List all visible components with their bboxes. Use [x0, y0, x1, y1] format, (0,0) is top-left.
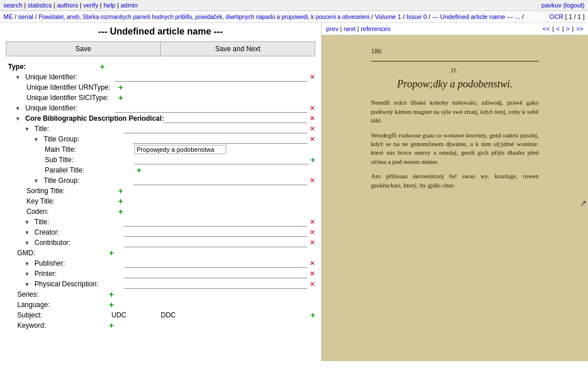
save-next-button[interactable]: Save and Next [161, 42, 315, 56]
gmd-add-button[interactable]: + [109, 248, 114, 258]
ddc-label: DDC [161, 311, 176, 319]
unique-identifier-remove[interactable]: ✕ [310, 73, 315, 81]
title-group-row: ▼ Title Group: ✕ [6, 135, 315, 144]
title-group-remove[interactable]: ✕ [310, 135, 315, 143]
contributor-label: Contributor: [32, 239, 124, 247]
sub-title-row: Sub Title: + [6, 155, 315, 164]
save-button[interactable]: Save [6, 42, 161, 56]
breadcrumb-volume[interactable]: Volume 1 [375, 13, 401, 20]
nav-first-button[interactable]: << [543, 25, 550, 32]
keyword-add-button[interactable]: + [109, 321, 114, 330]
nav-right: pavkuv (logout) [541, 2, 585, 9]
nav-prev-button[interactable]: < [556, 25, 560, 32]
nav-next-button[interactable]: > [566, 25, 570, 32]
sub-title-add-button[interactable]: + [311, 155, 315, 164]
publisher-remove[interactable]: ✕ [310, 259, 315, 267]
unique-identifier-toggle[interactable]: ▼ [15, 74, 23, 80]
coden-add-button[interactable]: + [118, 207, 123, 216]
nav-search[interactable]: search [3, 2, 22, 9]
nav-authors[interactable]: authors [57, 2, 78, 9]
series-row: Series: + [6, 290, 315, 299]
breadcrumb-me[interactable]: ME [3, 13, 13, 20]
nav-statistics[interactable]: statistics [28, 2, 52, 9]
contributor-remove[interactable]: ✕ [310, 239, 315, 247]
title-group-toggle[interactable]: ▼ [33, 136, 41, 143]
series-add-button[interactable]: + [109, 290, 114, 299]
title-group2-toggle[interactable]: ▼ [33, 178, 41, 184]
creator-toggle[interactable]: ▼ [24, 229, 32, 236]
unique-identifier2-label: Unique Identifier: [23, 104, 115, 112]
book-para-3: Aro přilissau skrownitostj řeč swau wy. … [371, 172, 539, 190]
creator-label: Creator: [32, 228, 124, 236]
contributor-toggle[interactable]: ▼ [24, 240, 32, 246]
contributor-row: ▼ Contributor: ✕ [6, 238, 315, 247]
next-link[interactable]: next [343, 25, 355, 32]
core-bib-remove[interactable]: ✕ [310, 114, 315, 122]
title3-toggle[interactable]: ▼ [24, 219, 32, 225]
key-title-label: Key Title: [24, 197, 116, 205]
title-remove[interactable]: ✕ [310, 125, 315, 133]
nav-verify[interactable]: verify [83, 2, 98, 9]
coden-label: Coden: [24, 208, 116, 216]
nav-last-button[interactable]: >> [576, 25, 583, 32]
subject-row: Subject: UDC DDC + [6, 310, 315, 320]
toolbar: Save Save and Next [6, 41, 315, 56]
nav-logout[interactable]: pavkuv (logout) [541, 2, 585, 9]
physical-desc-toggle[interactable]: ▼ [24, 281, 32, 288]
cursor-indicator: ↗ [580, 198, 587, 208]
core-bib-row: ▼ Core Bibliographic Description Periodi… [6, 114, 315, 123]
sub-title-input-area [134, 155, 308, 164]
sicitype-add-button[interactable]: + [118, 93, 123, 102]
key-title-add-button[interactable]: + [118, 197, 123, 206]
breadcrumb-title[interactable]: Powidatel, aneb, Sbirka rozmanitych pame… [38, 14, 369, 20]
subject-label: Subject: [15, 311, 107, 319]
urntype-add-button[interactable]: + [118, 83, 123, 92]
title-toggle[interactable]: ▼ [24, 126, 32, 132]
prev-link[interactable]: prev [326, 25, 338, 32]
breadcrumb-issue[interactable]: Issue 0 [407, 13, 427, 20]
nav-admin[interactable]: admin [121, 2, 138, 9]
breadcrumb: ME / serial / Powidatel, aneb, Sbirka ro… [0, 11, 588, 23]
parallel-title-add-button[interactable]: + [137, 166, 141, 175]
type-add-button[interactable]: + [100, 62, 105, 71]
nav-links-left: prev | next | references [326, 25, 390, 32]
image-nav: prev | next | references << | < | > | >> [322, 23, 588, 35]
book-page: 186 II. Propow;dky a podobenstwi. Nemdli… [322, 35, 588, 361]
physical-desc-label: Physical Description: [32, 280, 124, 288]
subject-add-button[interactable]: + [311, 310, 315, 320]
core-bib-input-area [164, 114, 307, 123]
printer-toggle[interactable]: ▼ [24, 271, 32, 277]
keyword-row: Keyword: + [6, 321, 315, 330]
nav-help[interactable]: help [103, 2, 115, 9]
publisher-input-area [124, 259, 307, 268]
book-divider [371, 61, 539, 62]
unique-identifier2-toggle[interactable]: ▼ [15, 105, 23, 112]
printer-input-area [124, 269, 307, 278]
title-group2-remove[interactable]: ✕ [310, 177, 315, 185]
title3-remove[interactable]: ✕ [310, 218, 315, 226]
book-page-number: 186 [371, 47, 539, 56]
title-label: Title: [32, 125, 124, 133]
title3-label: Title: [32, 218, 124, 226]
publisher-toggle[interactable]: ▼ [24, 260, 32, 267]
unique-identifier-input-area [115, 72, 307, 82]
language-add-button[interactable]: + [109, 300, 114, 309]
right-panel: prev | next | references << | < | > | >>… [322, 23, 588, 361]
references-link[interactable]: references [361, 25, 390, 32]
breadcrumb-ocr: OCR [ 1 / 1 ] [550, 13, 585, 20]
ocr-link[interactable]: OCR [550, 13, 563, 20]
creator-remove[interactable]: ✕ [310, 228, 315, 236]
page-title: --- Undefined article name --- [6, 26, 315, 37]
physical-desc-remove[interactable]: ✕ [310, 280, 315, 288]
breadcrumb-article[interactable]: --- Undefined article name --- ... [432, 13, 520, 20]
core-bib-label: Core Bibliographic Description Periodica… [23, 114, 164, 122]
breadcrumb-serial[interactable]: serial [18, 13, 33, 20]
core-bib-toggle[interactable]: ▼ [15, 116, 23, 122]
title-group2-row: ▼ Title Group: ✕ [6, 176, 315, 185]
main-title-input[interactable] [134, 145, 226, 154]
printer-remove[interactable]: ✕ [310, 270, 315, 278]
unique-identifier2-remove[interactable]: ✕ [310, 104, 315, 112]
title-row: ▼ Title: ✕ [6, 124, 315, 133]
book-para-2: Wezdegffi rozkosse gsau co wonawe kwetin… [371, 131, 539, 167]
sorting-title-add-button[interactable]: + [118, 186, 123, 195]
